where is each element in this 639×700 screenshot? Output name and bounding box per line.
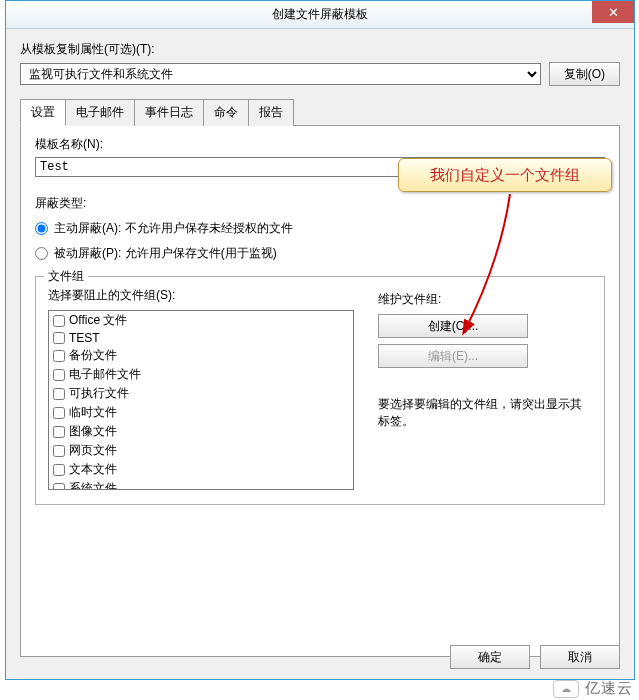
list-item[interactable]: 系统文件 [49,479,353,490]
file-group-label: 网页文件 [69,442,117,459]
tab-eventlog[interactable]: 事件日志 [134,99,204,126]
file-group-label: 文本文件 [69,461,117,478]
file-group-label: 系统文件 [69,480,117,490]
shield-type-label: 屏蔽类型: [35,196,86,210]
watermark-text: 亿速云 [585,679,633,698]
copy-from-label: 从模板复制属性(可选)(T): [20,41,620,58]
tab-command[interactable]: 命令 [203,99,249,126]
titlebar: 创建文件屏蔽模板 ✕ [6,1,634,29]
list-item[interactable]: TEST [49,330,353,346]
file-group-checkbox[interactable] [53,483,65,491]
file-group-checkbox[interactable] [53,445,65,457]
window-title: 创建文件屏蔽模板 [272,6,368,23]
annotation-text: 我们自定义一个文件组 [430,166,580,185]
shield-type-section: 屏蔽类型: 主动屏蔽(A): 不允许用户保存未经授权的文件 被动屏蔽(P): 允… [35,195,605,262]
file-group-checkbox[interactable] [53,332,65,344]
file-group-checkbox[interactable] [53,315,65,327]
file-group-label: 图像文件 [69,423,117,440]
maintain-hint: 要选择要编辑的文件组，请突出显示其标签。 [378,396,592,430]
list-item[interactable]: 临时文件 [49,403,353,422]
file-group-label: Office 文件 [69,312,127,329]
content-area: 从模板复制属性(可选)(T): 监视可执行文件和系统文件 复制(O) 设置 电子… [6,29,634,669]
list-item[interactable]: Office 文件 [49,311,353,330]
file-groups-fieldset: 文件组 选择要阻止的文件组(S): Office 文件TEST备份文件电子邮件文… [35,276,605,505]
file-group-checkbox[interactable] [53,388,65,400]
create-group-button[interactable]: 创建(C)... [378,314,528,338]
checklist-column: 选择要阻止的文件组(S): Office 文件TEST备份文件电子邮件文件可执行… [48,287,354,490]
file-group-checkbox[interactable] [53,426,65,438]
close-icon: ✕ [608,5,619,20]
cancel-button[interactable]: 取消 [540,645,620,669]
radio-passive-label: 被动屏蔽(P): 允许用户保存文件(用于监视) [54,245,277,262]
radio-passive-shield-row[interactable]: 被动屏蔽(P): 允许用户保存文件(用于监视) [35,245,605,262]
template-source-combo[interactable]: 监视可执行文件和系统文件 [20,63,541,85]
watermark-logo-icon: ☁ [553,680,579,698]
template-name-label: 模板名称(N): [35,136,605,153]
file-group-label: 临时文件 [69,404,117,421]
tab-settings[interactable]: 设置 [20,99,66,126]
ok-button[interactable]: 确定 [450,645,530,669]
radio-passive-shield[interactable] [35,247,48,260]
list-item[interactable]: 文本文件 [49,460,353,479]
file-group-label: TEST [69,331,100,345]
maintain-column: 维护文件组: 创建(C)... 编辑(E)... 要选择要编辑的文件组，请突出显… [378,287,592,490]
annotation-callout: 我们自定义一个文件组 [398,158,612,192]
file-group-label: 可执行文件 [69,385,129,402]
file-groups-legend: 文件组 [44,268,88,285]
tab-panel-settings: 模板名称(N): 屏蔽类型: 主动屏蔽(A): 不允许用户保存未经授权的文件 被… [20,125,620,657]
tab-report[interactable]: 报告 [248,99,294,126]
file-groups-row: 选择要阻止的文件组(S): Office 文件TEST备份文件电子邮件文件可执行… [48,287,592,490]
file-group-label: 备份文件 [69,347,117,364]
file-group-checkbox[interactable] [53,350,65,362]
list-item[interactable]: 可执行文件 [49,384,353,403]
edit-group-button: 编辑(E)... [378,344,528,368]
radio-active-shield-row[interactable]: 主动屏蔽(A): 不允许用户保存未经授权的文件 [35,220,605,237]
radio-active-label: 主动屏蔽(A): 不允许用户保存未经授权的文件 [54,220,293,237]
dialog-window: 创建文件屏蔽模板 ✕ 从模板复制属性(可选)(T): 监视可执行文件和系统文件 … [5,0,635,680]
list-item[interactable]: 电子邮件文件 [49,365,353,384]
checklist-label: 选择要阻止的文件组(S): [48,288,175,302]
list-item[interactable]: 备份文件 [49,346,353,365]
tab-email[interactable]: 电子邮件 [65,99,135,126]
file-group-checkbox[interactable] [53,464,65,476]
file-groups-checklist[interactable]: Office 文件TEST备份文件电子邮件文件可执行文件临时文件图像文件网页文件… [48,310,354,490]
copy-button[interactable]: 复制(O) [549,62,620,86]
maintain-label: 维护文件组: [378,292,441,306]
radio-active-shield[interactable] [35,222,48,235]
list-item[interactable]: 图像文件 [49,422,353,441]
file-group-label: 电子邮件文件 [69,366,141,383]
file-group-checkbox[interactable] [53,407,65,419]
watermark: ☁ 亿速云 [553,679,633,698]
close-button[interactable]: ✕ [592,1,634,23]
tabstrip: 设置 电子邮件 事件日志 命令 报告 [20,98,620,125]
copy-row: 监视可执行文件和系统文件 复制(O) [20,62,620,86]
list-item[interactable]: 网页文件 [49,441,353,460]
file-group-checkbox[interactable] [53,369,65,381]
dialog-buttons: 确定 取消 [450,645,620,669]
